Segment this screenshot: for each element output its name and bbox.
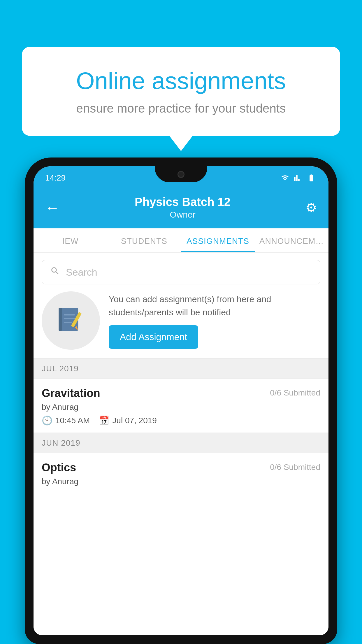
assignment-item-optics[interactable]: Optics 0/6 Submitted by Anurag	[34, 453, 328, 497]
status-icons	[280, 174, 317, 182]
app-header: ← Physics Batch 12 Owner ⚙	[34, 190, 328, 228]
back-button[interactable]: ←	[45, 199, 60, 216]
assignment-time-gravitation: 🕙 10:45 AM	[42, 415, 90, 426]
assignment-title-gravitation: Gravitation	[42, 387, 100, 400]
svg-rect-4	[64, 322, 72, 323]
tab-students[interactable]: STUDENTS	[107, 228, 181, 252]
speech-bubble-container: Online assignments ensure more practice …	[22, 47, 340, 136]
phone-frame: 14:29 ← Phys	[25, 158, 337, 644]
status-time: 14:29	[45, 173, 66, 183]
notebook-icon	[55, 304, 87, 337]
signal-icon	[294, 174, 302, 182]
tab-assignments[interactable]: ASSIGNMENTS	[181, 228, 255, 252]
svg-rect-1	[59, 308, 62, 331]
assignment-top-row: Gravitation 0/6 Submitted	[42, 387, 320, 400]
tabs-bar: IEW STUDENTS ASSIGNMENTS ANNOUNCEM…	[34, 228, 328, 253]
tab-iew[interactable]: IEW	[34, 228, 107, 252]
assignment-by-gravitation: by Anurag	[42, 402, 320, 412]
promo-description: You can add assignment(s) from here and …	[109, 293, 320, 319]
add-assignment-button[interactable]: Add Assignment	[109, 325, 198, 349]
notch-cutout	[155, 166, 207, 182]
search-bar[interactable]: Search	[42, 260, 320, 284]
assignment-submitted-gravitation: 0/6 Submitted	[270, 388, 320, 398]
wifi-icon	[280, 174, 290, 182]
battery-icon	[306, 174, 317, 182]
assignment-top-row-optics: Optics 0/6 Submitted	[42, 461, 320, 474]
batch-title: Physics Batch 12	[60, 195, 305, 209]
add-assignment-promo: You can add assignment(s) from here and …	[42, 291, 320, 350]
phone-content: Search	[34, 253, 328, 635]
assignment-title-optics: Optics	[42, 461, 76, 474]
calendar-icon: 📅	[99, 415, 109, 426]
header-title-block: Physics Batch 12 Owner	[60, 195, 305, 220]
clock-icon: 🕙	[42, 415, 52, 426]
assignment-date-gravitation: 📅 Jul 07, 2019	[99, 415, 157, 426]
tab-announcements[interactable]: ANNOUNCEM…	[255, 228, 328, 252]
status-bar: 14:29	[34, 166, 328, 190]
speech-bubble-subtitle: ensure more practice for your students	[45, 102, 317, 116]
camera	[178, 171, 184, 178]
svg-rect-3	[64, 318, 75, 319]
search-icon	[50, 266, 60, 278]
assignment-submitted-optics: 0/6 Submitted	[270, 463, 320, 472]
assignment-meta-gravitation: 🕙 10:45 AM 📅 Jul 07, 2019	[42, 415, 320, 426]
speech-bubble: Online assignments ensure more practice …	[22, 47, 340, 136]
promo-icon-circle	[42, 291, 100, 350]
section-header-jul: JUL 2019	[34, 358, 328, 379]
promo-right: You can add assignment(s) from here and …	[109, 293, 320, 349]
svg-rect-2	[64, 314, 75, 315]
assignment-time-value: 10:45 AM	[55, 416, 90, 425]
owner-label: Owner	[60, 210, 305, 220]
speech-bubble-title: Online assignments	[45, 67, 317, 94]
search-placeholder: Search	[66, 267, 97, 278]
assignment-item-gravitation[interactable]: Gravitation 0/6 Submitted by Anurag 🕙 10…	[34, 379, 328, 433]
assignment-by-optics: by Anurag	[42, 477, 320, 486]
phone-inner: 14:29 ← Phys	[34, 166, 328, 635]
section-header-jun: JUN 2019	[34, 433, 328, 453]
settings-button[interactable]: ⚙	[305, 200, 317, 215]
assignment-date-value: Jul 07, 2019	[112, 416, 157, 425]
